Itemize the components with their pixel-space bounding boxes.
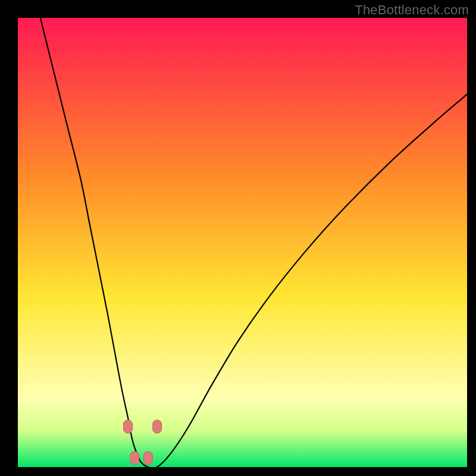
watermark-text: TheBottleneck.com [355, 2, 469, 18]
bottleneck-chart [18, 18, 467, 467]
curve-marker [153, 420, 162, 433]
curve-marker [124, 420, 133, 433]
curve-marker [143, 452, 152, 465]
chart-frame: TheBottleneck.com [0, 0, 476, 476]
gradient-background [18, 18, 467, 467]
plot-area [18, 18, 467, 467]
curve-marker [130, 452, 139, 465]
